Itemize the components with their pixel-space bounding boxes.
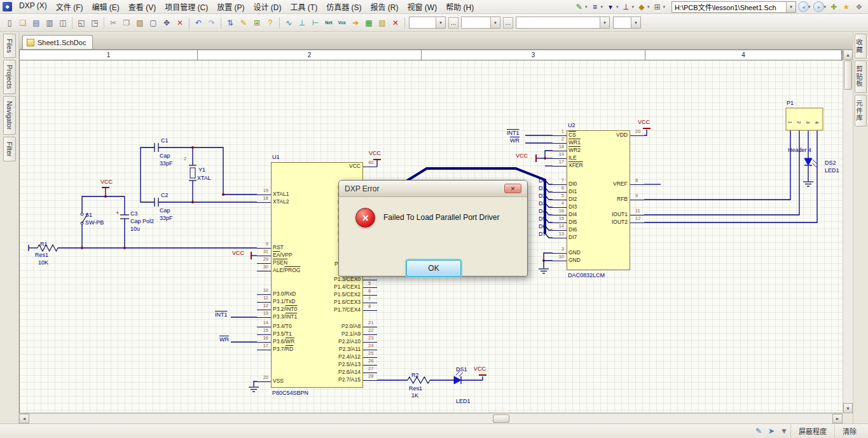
led-ds1-symbol[interactable] xyxy=(454,371,463,384)
close-icon[interactable]: ✕ xyxy=(504,184,521,193)
toolbar-combo-1[interactable]: ▾ xyxy=(409,17,446,29)
clear-button[interactable]: 清除 xyxy=(834,424,864,438)
chevron-down-icon[interactable]: ▾ xyxy=(436,17,445,28)
panel-tab-projects[interactable]: Projects xyxy=(3,60,16,94)
led-ds2-symbol[interactable] xyxy=(804,158,816,167)
redo-icon[interactable]: ↷ xyxy=(205,17,218,29)
scroll-up-icon[interactable]: ▲ xyxy=(843,50,853,60)
dropdown-arrow-icon[interactable]: ▾ xyxy=(631,4,634,10)
select-area-icon[interactable]: ▢ xyxy=(147,17,160,29)
panel-tab[interactable]: 剪贴板 xyxy=(855,60,867,93)
horizontal-scrollbar[interactable]: ◄ ► xyxy=(19,413,843,423)
favorites-icon[interactable]: ★ xyxy=(840,1,853,13)
power-port-icon[interactable]: Vcc xyxy=(336,17,348,29)
menu-item[interactable]: 视窗 (W) xyxy=(403,0,442,13)
place-part-icon[interactable]: ◆ xyxy=(635,1,648,13)
back-button[interactable]: ◂ xyxy=(798,1,809,12)
capacitor-c3-symbol[interactable] xyxy=(120,215,129,219)
menu-item[interactable]: 放置 (P) xyxy=(212,0,249,13)
capacitor-c1-symbol[interactable] xyxy=(155,143,158,152)
menu-item[interactable]: 帮助 (H) xyxy=(441,0,478,13)
dropdown-arrow-icon[interactable]: ▾ xyxy=(585,4,588,10)
menu-item[interactable]: 报告 (R) xyxy=(366,0,403,13)
print-preview-icon[interactable]: ◫ xyxy=(57,17,69,29)
panel-tab[interactable]: 收藏 xyxy=(855,34,867,58)
dropdown-arrow-icon[interactable]: ▾ xyxy=(663,4,665,10)
vertical-scroll-thumb[interactable] xyxy=(844,60,852,90)
sheet-icon[interactable]: ▧ xyxy=(376,17,389,29)
scroll-down-icon[interactable]: ▼ xyxy=(843,403,853,413)
place-power-port-icon[interactable]: ⊥ xyxy=(619,1,632,13)
panel-tab-filter[interactable]: Filter xyxy=(3,137,16,161)
scroll-left-icon[interactable]: ◄ xyxy=(19,414,29,423)
browse-library-icon[interactable]: ⊞ xyxy=(251,17,263,29)
save-icon[interactable]: ▤ xyxy=(30,17,43,29)
horizontal-scroll-thumb[interactable] xyxy=(493,414,509,423)
copy-icon[interactable]: ❒ xyxy=(120,17,133,29)
panel-tab-files[interactable]: Files xyxy=(3,34,16,58)
run-icon[interactable]: ➔ xyxy=(349,17,362,29)
open-document-icon[interactable]: ❏ xyxy=(17,17,29,29)
ellipsis-button-2[interactable]: … xyxy=(503,17,513,29)
move-icon[interactable]: ✥ xyxy=(160,17,173,29)
chevron-down-icon[interactable]: ▾ xyxy=(631,17,640,28)
net-label-icon[interactable]: Net xyxy=(322,17,335,29)
crystal-y1-symbol[interactable] xyxy=(189,165,196,181)
dropdown-arrow-icon[interactable]: ▾ xyxy=(808,4,811,10)
menu-item[interactable]: 文件 (F) xyxy=(52,0,88,13)
chevron-down-icon[interactable]: ▾ xyxy=(786,2,796,12)
dialog-title-bar[interactable]: DXP Error ✕ xyxy=(339,181,527,197)
stop-icon[interactable]: ✕ xyxy=(389,17,402,29)
toolbar-combo-4[interactable]: ▾ xyxy=(613,17,641,29)
panels-icon[interactable]: ❖ xyxy=(853,1,865,13)
toolbar-combo-2[interactable]: ▾ xyxy=(461,17,500,29)
ok-button[interactable]: OK xyxy=(406,260,461,277)
menu-item[interactable]: 仿真器 (S) xyxy=(322,0,366,13)
menu-item[interactable]: 工具 (T) xyxy=(286,0,322,13)
ellipsis-button-1[interactable]: … xyxy=(448,17,458,29)
place-directive-icon[interactable]: ▾ xyxy=(604,1,617,13)
menu-item[interactable]: DXP (X) xyxy=(15,0,52,13)
panel-tab-navigator[interactable]: Navigator xyxy=(3,96,16,135)
sim-node1-icon[interactable]: ⊥ xyxy=(296,17,308,29)
edit-icon[interactable]: ✎ xyxy=(237,17,250,29)
dropdown-arrow-icon[interactable]: ▾ xyxy=(616,4,619,10)
status-filter-icon[interactable]: ▼ xyxy=(778,425,790,437)
chevron-down-icon[interactable]: ▾ xyxy=(490,17,500,28)
status-jump-icon[interactable]: ➤ xyxy=(765,425,778,437)
help-icon[interactable]: ? xyxy=(264,17,277,29)
undo-icon[interactable]: ↶ xyxy=(192,17,205,29)
zoom-window-icon[interactable]: ◱ xyxy=(75,17,88,29)
place-wire-icon[interactable]: ✎ xyxy=(573,1,586,13)
address-combo[interactable]: ▾ xyxy=(672,1,796,13)
dropdown-arrow-icon[interactable]: ▾ xyxy=(647,4,650,10)
forward-button[interactable]: ▸ xyxy=(813,1,824,12)
grid-settings-icon[interactable]: ⊞ xyxy=(651,1,663,13)
print-icon[interactable]: ▥ xyxy=(43,17,56,29)
scroll-right-icon[interactable]: ► xyxy=(832,414,843,423)
new-document-icon[interactable]: ▯ xyxy=(3,17,16,29)
zoom-fit-icon[interactable]: ◳ xyxy=(88,17,101,29)
capacitor-c2-symbol[interactable] xyxy=(155,198,158,207)
sim-node2-icon[interactable]: ⊢ xyxy=(309,17,322,29)
header-p1-symbol[interactable] xyxy=(786,108,823,130)
place-bus-icon[interactable]: ≡ xyxy=(588,1,601,13)
sim-wave-icon[interactable]: ∿ xyxy=(282,17,295,29)
cross-probe-icon[interactable]: ⇅ xyxy=(224,17,237,29)
clear-selection-icon[interactable]: ✕ xyxy=(174,17,186,29)
chevron-down-icon[interactable]: ▾ xyxy=(600,17,609,28)
menu-item[interactable]: 编辑 (E) xyxy=(87,0,123,13)
status-edit-icon[interactable]: ✎ xyxy=(752,425,765,437)
menu-item[interactable]: 查看 (V) xyxy=(124,0,160,13)
toolbar-combo-3[interactable]: ▾ xyxy=(516,17,610,29)
menu-item[interactable]: 设计 (D) xyxy=(249,0,286,13)
paste-icon[interactable]: ▨ xyxy=(134,17,146,29)
cut-icon[interactable]: ✂ xyxy=(107,17,120,29)
menu-item[interactable]: 项目管理 (C) xyxy=(160,0,212,13)
matrix-icon[interactable]: ▦ xyxy=(362,17,375,29)
address-input[interactable] xyxy=(672,3,786,11)
home-icon[interactable]: ✚ xyxy=(827,1,840,13)
panel-tab[interactable]: 元件库 xyxy=(855,95,867,127)
dropdown-arrow-icon[interactable]: ▾ xyxy=(823,4,826,10)
tab-sheet1-schdoc[interactable]: Sheet1.SchDoc xyxy=(22,35,93,49)
